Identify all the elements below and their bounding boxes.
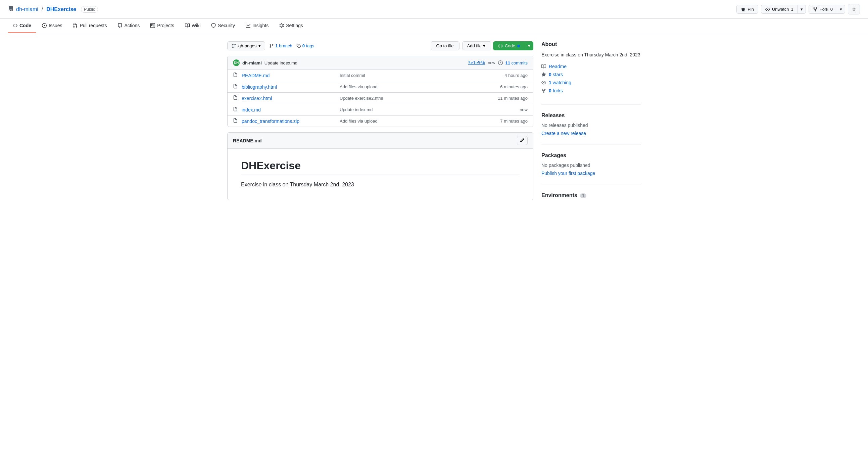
sidebar-forks-stat: 0 forks — [541, 88, 641, 93]
sidebar-packages-no-content: No packages published — [541, 162, 641, 168]
publish-package-link[interactable]: Publish your first package — [541, 171, 595, 176]
commits-count-link[interactable]: 11 commits — [505, 60, 528, 65]
tab-wiki[interactable]: Wiki — [180, 19, 205, 33]
fork-count: 0 — [830, 7, 833, 12]
watching-link[interactable]: 1 watching — [549, 80, 571, 85]
repo-info: dh-miami / DHExercise Public — [8, 6, 98, 13]
main-content: gh-pages ▾ 1 branch 0 tags Go to — [219, 33, 649, 227]
tab-pull-requests-label: Pull requests — [80, 23, 107, 28]
branch-name: gh-pages — [238, 43, 256, 48]
pin-label: Pin — [747, 7, 754, 12]
unwatch-button[interactable]: Unwatch 1 — [761, 5, 798, 14]
stars-link[interactable]: 0 stars — [549, 72, 563, 77]
tab-security[interactable]: Security — [207, 19, 240, 33]
readme-title: README.md — [233, 138, 262, 143]
tab-projects-label: Projects — [157, 23, 174, 28]
table-row: bibliography.html Add files via upload 6… — [227, 81, 533, 93]
forks-link[interactable]: 0 forks — [549, 88, 563, 93]
tab-code-label: Code — [20, 23, 31, 28]
code-button[interactable]: Code — [493, 41, 525, 50]
file-commit-msg: Update index.md — [340, 107, 516, 112]
sidebar-packages: Packages No packages published Publish y… — [541, 152, 641, 184]
add-file-button[interactable]: Add file ▾ — [462, 41, 490, 50]
file-time: 4 hours ago — [504, 73, 528, 78]
table-row: README.md Initial commit 4 hours ago — [227, 70, 533, 81]
add-file-chevron: ▾ — [483, 43, 485, 48]
file-name: index.md — [242, 107, 336, 113]
file-rows: README.md Initial commit 4 hours ago bib… — [227, 70, 533, 127]
repo-actions: Pin Unwatch 1 ▾ Fork 0 ▾ ☆ — [737, 4, 860, 14]
tab-actions[interactable]: Actions — [113, 19, 144, 33]
file-icon — [233, 72, 238, 78]
tab-insights-label: Insights — [252, 23, 269, 28]
tab-projects[interactable]: Projects — [146, 19, 179, 33]
code-dropdown[interactable]: ▾ — [525, 41, 533, 50]
repo-slash: / — [42, 6, 43, 12]
create-release-link[interactable]: Create a new release — [541, 131, 586, 136]
tab-wiki-label: Wiki — [192, 23, 200, 28]
file-name: exercise2.html — [242, 96, 336, 101]
fork-button[interactable]: Fork 0 — [809, 5, 837, 14]
star-button[interactable]: ☆ — [848, 4, 860, 14]
file-icon — [233, 95, 238, 101]
tab-insights[interactable]: Insights — [241, 19, 273, 33]
file-name: README.md — [242, 73, 336, 78]
branch-count-info: 1 branch — [269, 43, 292, 48]
file-commit-msg: Add files via upload — [340, 119, 496, 124]
clock-icon — [498, 60, 503, 65]
tag-count-link[interactable]: 0 tags — [303, 43, 314, 48]
pin-button[interactable]: Pin — [737, 5, 758, 14]
readme-edit-button[interactable] — [517, 136, 528, 145]
unwatch-count: 1 — [791, 7, 794, 12]
readme-body: DHExercise Exercise in class on Thursday… — [227, 149, 533, 200]
repo-name-link[interactable]: DHExercise — [46, 6, 76, 12]
commit-row-right: 5e1e56b now 11 commits — [468, 60, 528, 65]
file-time: 6 minutes ago — [500, 84, 528, 89]
environments-count: 1 — [580, 193, 586, 198]
nav-tabs: Code Issues Pull requests Actions Projec… — [0, 19, 868, 33]
sidebar-releases-title: Releases — [541, 113, 641, 119]
readme-section: README.md DHExercise Exercise in class o… — [227, 132, 533, 200]
file-time: 11 minutes ago — [498, 96, 528, 101]
sidebar-watching-stat: 1 watching — [541, 80, 641, 85]
tab-code[interactable]: Code — [8, 19, 36, 33]
commit-row: DH dh-miami Update index.md 5e1e56b now … — [227, 56, 533, 70]
branch-bar: gh-pages ▾ 1 branch 0 tags Go to — [227, 41, 533, 50]
fork-dropdown[interactable]: ▾ — [837, 5, 845, 14]
avatar: DH — [233, 59, 240, 66]
repo-owner-link[interactable]: dh-miami — [16, 6, 38, 12]
readme-header: README.md — [227, 133, 533, 149]
branch-selector[interactable]: gh-pages ▾ — [227, 41, 265, 50]
tab-actions-label: Actions — [124, 23, 140, 28]
top-bar: dh-miami / DHExercise Public Pin Unwatch… — [0, 0, 868, 19]
tab-settings[interactable]: Settings — [275, 19, 308, 33]
file-commit-msg: Initial commit — [340, 73, 500, 78]
commit-author: dh-miami — [242, 60, 262, 65]
sidebar-packages-title: Packages — [541, 152, 641, 158]
sidebar-description: Exercise in class on Thursday March 2nd,… — [541, 51, 641, 58]
tab-issues[interactable]: Issues — [37, 19, 67, 33]
sidebar-readme-stat: Readme — [541, 64, 641, 69]
fork-icon — [541, 88, 546, 93]
file-table: DH dh-miami Update index.md 5e1e56b now … — [227, 56, 533, 127]
repo-icon — [8, 6, 13, 13]
table-row: exercise2.html Update exercise2.html 11 … — [227, 93, 533, 104]
content-area: gh-pages ▾ 1 branch 0 tags Go to — [227, 41, 533, 219]
table-row: pandoc_transformations.zip Add files via… — [227, 116, 533, 127]
branch-bar-left: gh-pages ▾ 1 branch 0 tags — [227, 41, 314, 50]
star-icon — [541, 72, 546, 77]
commit-hash[interactable]: 5e1e56b — [468, 60, 485, 65]
sidebar-environments-title: Environments 1 — [541, 192, 641, 199]
unwatch-dropdown[interactable]: ▾ — [798, 5, 806, 14]
branch-count-link[interactable]: 1 branch — [275, 43, 292, 48]
readme-link[interactable]: Readme — [549, 64, 566, 69]
tab-settings-label: Settings — [286, 23, 303, 28]
commit-row-left: DH dh-miami Update index.md — [233, 59, 298, 66]
tab-pull-requests[interactable]: Pull requests — [68, 19, 112, 33]
book-icon — [541, 64, 546, 69]
add-file-group: Add file ▾ — [462, 41, 490, 50]
table-row: index.md Update index.md now — [227, 104, 533, 116]
file-name: pandoc_transformations.zip — [242, 119, 336, 124]
goto-file-button[interactable]: Go to file — [431, 41, 460, 50]
file-icon — [233, 107, 238, 113]
